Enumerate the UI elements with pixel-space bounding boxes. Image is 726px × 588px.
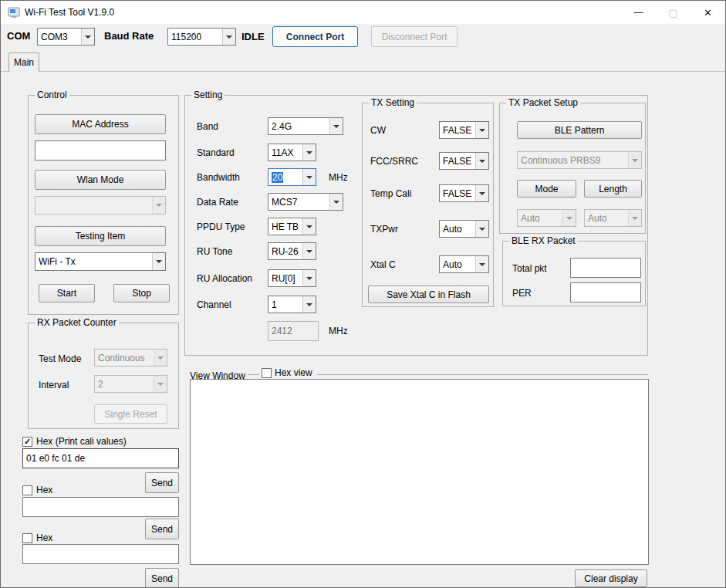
chevron-down-icon[interactable] bbox=[475, 221, 488, 237]
baud-rate-label: Baud Rate bbox=[104, 30, 154, 42]
single-reset-button: Single Reset bbox=[94, 404, 167, 424]
cw-value: FALSE bbox=[440, 122, 475, 138]
chevron-down-icon[interactable] bbox=[329, 118, 343, 134]
start-button[interactable]: Start bbox=[39, 284, 95, 302]
frequency-field bbox=[268, 321, 319, 341]
tx-setting-group-title: TX Setting bbox=[369, 97, 417, 108]
bandwidth-value: 20 bbox=[272, 172, 283, 183]
tab-main[interactable]: Main bbox=[8, 52, 39, 72]
chevron-down-icon[interactable] bbox=[475, 153, 488, 169]
per-field[interactable] bbox=[570, 282, 641, 302]
cw-label: CW bbox=[370, 125, 386, 136]
testing-item-select[interactable]: WiFi - Tx bbox=[35, 252, 166, 271]
hex-checkbox-2[interactable] bbox=[22, 485, 32, 495]
chevron-down-icon[interactable] bbox=[152, 253, 165, 270]
chevron-down-icon[interactable] bbox=[81, 29, 94, 45]
ppdu-type-label: PPDU Type bbox=[197, 221, 245, 232]
data-rate-value: MCS7 bbox=[268, 194, 329, 210]
length-button[interactable]: Length bbox=[584, 180, 642, 198]
view-window-output[interactable] bbox=[190, 379, 649, 565]
mac-address-field[interactable] bbox=[35, 140, 166, 161]
clear-display-button[interactable]: Clear display bbox=[575, 569, 647, 587]
chevron-down-icon[interactable] bbox=[222, 29, 235, 45]
ble-pattern-button[interactable]: BLE Pattern bbox=[517, 121, 642, 139]
minimize-icon[interactable]: — bbox=[621, 1, 656, 24]
hex-cali-checkbox-label: Hex (Print cali values) bbox=[36, 436, 127, 447]
chevron-down-icon[interactable] bbox=[475, 122, 488, 138]
standard-value: 11AX bbox=[268, 144, 302, 161]
hex-view-checkbox[interactable] bbox=[262, 368, 272, 378]
titlebar: Wi-Fi Test Tool V1.9.0 — ▢ ✕ bbox=[1, 1, 725, 24]
frequency-unit: MHz bbox=[329, 326, 348, 336]
band-value: 2.4G bbox=[268, 118, 329, 134]
channel-value: 1 bbox=[268, 296, 302, 313]
chevron-down-icon[interactable] bbox=[475, 185, 488, 201]
ru-tone-select[interactable]: RU-26 bbox=[268, 242, 316, 260]
send-field-1[interactable] bbox=[22, 448, 179, 468]
fcc-srrc-label: FCC/SRRC bbox=[370, 156, 418, 167]
com-port-value: COM3 bbox=[38, 29, 81, 45]
view-window-border-segment bbox=[317, 374, 648, 375]
interval-select: 2 bbox=[94, 375, 167, 393]
save-xtal-c-button[interactable]: Save Xtal C in Flash bbox=[368, 286, 489, 303]
temp-cali-select[interactable]: FALSE bbox=[439, 184, 489, 202]
band-select[interactable]: 2.4G bbox=[268, 117, 343, 135]
ru-allocation-select[interactable]: RU[0] bbox=[268, 269, 316, 287]
total-pkt-label: Total pkt bbox=[512, 263, 547, 274]
hex-checkbox-3[interactable] bbox=[22, 533, 32, 543]
chevron-down-icon[interactable] bbox=[302, 296, 316, 313]
mac-address-button[interactable]: MAC Address bbox=[35, 114, 166, 134]
fcc-srrc-value: FALSE bbox=[440, 153, 475, 169]
standard-select[interactable]: 11AX bbox=[268, 144, 316, 161]
stop-button[interactable]: Stop bbox=[113, 284, 170, 302]
ppdu-type-select[interactable]: HE TB bbox=[268, 218, 316, 235]
total-pkt-field[interactable] bbox=[570, 258, 641, 278]
wlan-mode-select bbox=[35, 196, 166, 215]
ru-allocation-value: RU[0] bbox=[268, 270, 302, 286]
length-select: Auto bbox=[584, 209, 642, 227]
cw-select[interactable]: FALSE bbox=[439, 121, 489, 139]
bandwidth-select[interactable]: 20 bbox=[268, 168, 316, 186]
send-button-3[interactable]: Send bbox=[145, 568, 179, 588]
send-button-1[interactable]: Send bbox=[145, 472, 179, 493]
hex-cali-checkbox[interactable]: ✓ bbox=[22, 437, 32, 447]
chevron-down-icon[interactable] bbox=[302, 243, 316, 259]
interval-value: 2 bbox=[95, 376, 154, 392]
chevron-down-icon[interactable] bbox=[302, 218, 316, 235]
temp-cali-label: Temp Cali bbox=[370, 188, 411, 199]
connect-port-button[interactable]: Connect Port bbox=[272, 26, 358, 47]
fcc-srrc-select[interactable]: FALSE bbox=[439, 152, 489, 170]
mode-select: Auto bbox=[517, 209, 576, 227]
channel-select[interactable]: 1 bbox=[268, 296, 316, 313]
test-mode-select: Continuous bbox=[94, 349, 167, 367]
send-field-2[interactable] bbox=[22, 497, 179, 517]
baud-rate-select[interactable]: 115200 bbox=[167, 28, 236, 46]
chevron-down-icon[interactable] bbox=[302, 169, 316, 185]
chevron-down-icon[interactable] bbox=[475, 256, 488, 272]
chevron-down-icon[interactable] bbox=[302, 144, 316, 161]
send-button-2[interactable]: Send bbox=[145, 519, 179, 539]
chevron-down-icon bbox=[152, 197, 165, 214]
com-port-select[interactable]: COM3 bbox=[37, 28, 95, 46]
band-label: Band bbox=[197, 121, 218, 132]
xtal-c-select[interactable]: Auto bbox=[439, 255, 489, 273]
ru-tone-label: RU Tone bbox=[197, 246, 232, 257]
testing-item-button[interactable]: Testing Item bbox=[35, 226, 166, 246]
bandwidth-unit: MHz bbox=[329, 172, 348, 183]
chevron-down-icon[interactable] bbox=[302, 270, 316, 286]
txpwr-select[interactable]: Auto bbox=[439, 220, 489, 238]
wlan-mode-value bbox=[35, 197, 152, 214]
control-group-title: Control bbox=[35, 90, 69, 100]
chevron-down-icon bbox=[628, 210, 641, 226]
data-rate-select[interactable]: MCS7 bbox=[268, 193, 343, 211]
wlan-mode-button[interactable]: Wlan Mode bbox=[35, 170, 166, 190]
mode-value: Auto bbox=[518, 210, 562, 226]
send-field-3[interactable] bbox=[22, 544, 179, 564]
chevron-down-icon[interactable] bbox=[329, 194, 343, 210]
close-icon[interactable]: ✕ bbox=[691, 1, 725, 24]
com-label: COM bbox=[7, 30, 30, 42]
testing-item-value: WiFi - Tx bbox=[35, 253, 152, 270]
mode-button[interactable]: Mode bbox=[517, 180, 576, 198]
tx-packet-setup-title: TX Packet Setup bbox=[506, 97, 580, 108]
chevron-down-icon bbox=[154, 376, 167, 392]
